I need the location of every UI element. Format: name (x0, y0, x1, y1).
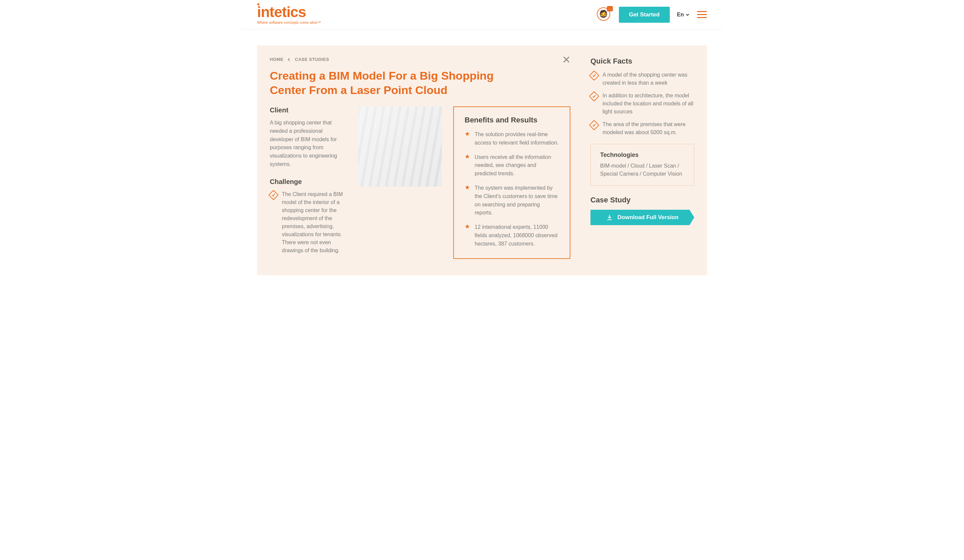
download-icon (606, 214, 613, 221)
case-study-heading: Case Study (591, 196, 694, 205)
logo[interactable]: ✦ intetics Where software concepts come … (257, 5, 321, 24)
diamond-check-icon (589, 91, 599, 101)
diamond-check-icon (589, 120, 599, 130)
logo-tagline: Where software concepts come alive™ (257, 21, 321, 24)
star-icon: ★ (464, 223, 470, 230)
benefit-text: The system was implemented by the Client… (475, 184, 559, 217)
benefit-item: ★ The system was implemented by the Clie… (464, 184, 559, 217)
technologies-heading: Technologies (600, 151, 684, 159)
chat-bubble-icon (607, 6, 613, 11)
chevron-left-icon (288, 58, 291, 61)
chat-avatar[interactable]: 🧔 (597, 7, 612, 22)
client-text: A big shopping center that needed a prof… (270, 119, 347, 169)
quick-fact-text: In addition to architecture, the model i… (602, 92, 694, 116)
breadcrumb-section[interactable]: CASE STUDIES (295, 57, 329, 62)
star-icon: ★ (464, 153, 470, 161)
quick-fact-item: The area of the premises that were model… (591, 120, 694, 136)
challenge-item: The Client required a BIM model of the i… (270, 190, 347, 255)
breadcrumb-home[interactable]: HOME (270, 57, 283, 62)
benefit-item: ★ 12 international experts, 11000 fields… (464, 223, 559, 248)
quick-fact-text: The area of the premises that were model… (602, 120, 694, 136)
star-icon: ★ (464, 184, 470, 192)
quick-fact-item: A model of the shopping center was creat… (591, 71, 694, 87)
close-button[interactable] (562, 55, 570, 65)
benefit-item: ★ Users receive all the information need… (464, 153, 559, 178)
language-selector[interactable]: En (677, 12, 689, 18)
diamond-check-icon (589, 70, 599, 81)
benefits-box: Benefits and Results ★ The solution prov… (453, 106, 570, 259)
breadcrumb: HOME CASE STUDIES (270, 57, 570, 62)
challenge-text: The Client required a BIM model of the i… (282, 190, 347, 255)
get-started-button[interactable]: Get Started (619, 7, 670, 23)
diamond-check-icon (268, 190, 278, 200)
technologies-text: BIM-model / Cloud / Laser Scan / Special… (600, 162, 684, 178)
client-heading: Client (270, 106, 347, 114)
benefit-item: ★ The solution provides real-time access… (464, 130, 559, 147)
challenge-heading: Challenge (270, 178, 347, 186)
benefit-text: Users receive all the information needed… (475, 153, 559, 178)
page-title: Creating a BIM Model For a Big Shopping … (270, 68, 524, 97)
case-study-image (358, 106, 442, 187)
benefit-text: 12 international experts, 11000 fields a… (475, 223, 559, 248)
close-icon (562, 55, 570, 63)
chevron-down-icon (686, 13, 689, 17)
quick-facts-heading: Quick Facts (591, 57, 694, 66)
menu-button[interactable] (697, 11, 707, 18)
download-label: Download Full Version (617, 214, 679, 221)
quick-fact-text: A model of the shopping center was creat… (602, 71, 694, 87)
benefits-heading: Benefits and Results (464, 116, 559, 125)
quick-fact-item: In addition to architecture, the model i… (591, 92, 694, 116)
logo-text: intetics (257, 4, 306, 20)
star-icon: ★ (464, 130, 470, 138)
site-header: ✦ intetics Where software concepts come … (241, 0, 723, 29)
logo-star-icon: ✦ (256, 2, 260, 7)
language-label: En (677, 12, 684, 18)
page-body: HOME CASE STUDIES Creating a BIM Model F… (257, 45, 707, 275)
benefit-text: The solution provides real-time access t… (475, 130, 559, 147)
technologies-box: Technologies BIM-model / Cloud / Laser S… (591, 144, 694, 186)
download-button[interactable]: Download Full Version (591, 210, 694, 225)
sidebar: Quick Facts A model of the shopping cent… (583, 45, 707, 275)
